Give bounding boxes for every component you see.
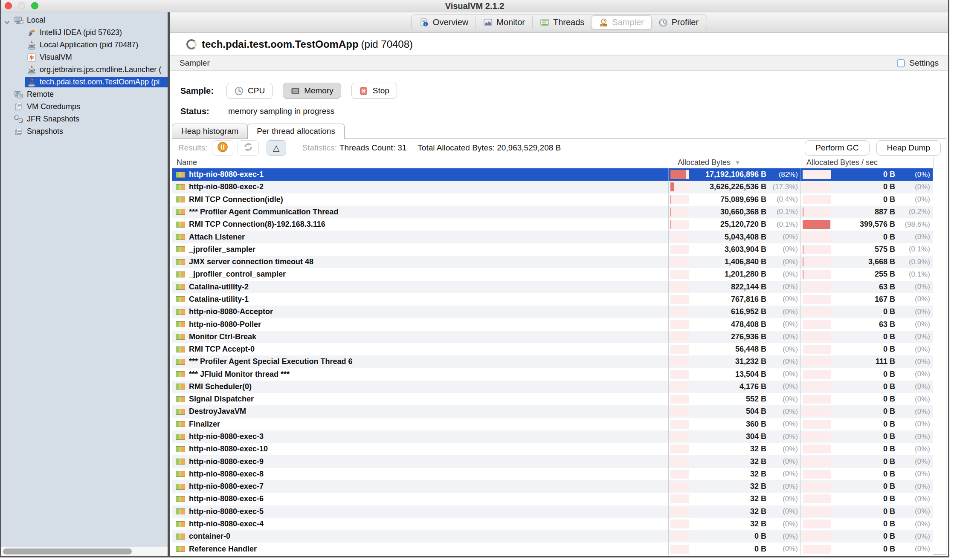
thread-name-cell: Monitor Ctrl-Break — [172, 332, 668, 341]
minimize-window-button[interactable] — [18, 2, 25, 9]
table-row[interactable]: http-nio-8080-exec-23,626,226,536 B(17.3… — [172, 181, 933, 193]
column-header-name[interactable]: Name — [172, 158, 669, 167]
tab-sampler[interactable]: Sampler — [592, 16, 651, 29]
table-row[interactable]: RMI Scheduler(0)4,176 B(0%)0 B(0%) — [172, 381, 933, 393]
thread-name: RMI TCP Connection(8)-192.168.3.116 — [189, 220, 325, 229]
allocated-bytes-sec-percent: (0%) — [895, 545, 930, 553]
table-vertical-scrollbar[interactable] — [933, 168, 946, 554]
table-row[interactable]: http-nio-8080-exec-432 B(0%)0 B(0%) — [172, 518, 933, 530]
chevron-down-icon[interactable] — [4, 18, 10, 26]
table-row[interactable]: http-nio-8080-exec-3304 B(0%)0 B(0%) — [172, 430, 933, 443]
table-row[interactable]: http-nio-8080-Acceptor616,952 B(0%)0 B(0… — [172, 306, 933, 318]
sidebar-item-vm-coredumps[interactable]: VM Coredumps — [1, 101, 168, 113]
allocated-bytes-sec-cell: 255 B(0.1%) — [800, 268, 933, 280]
allocated-bytes-sec-percent: (0%) — [895, 382, 930, 391]
sidebar-item-org-jetbrains-jps-cmdline-launcher[interactable]: org.jetbrains.jps.cmdline.Launcher ( — [1, 64, 168, 76]
table-row[interactable]: http-nio-8080-exec-532 B(0%)0 B(0%) — [172, 505, 933, 518]
allocated-bytes-bar — [670, 208, 689, 216]
table-row[interactable]: Attach Listener5,043,408 B(0%)0 B(0%) — [172, 231, 933, 243]
memory-sample-button[interactable]: Memory — [283, 83, 341, 99]
delta-results-button[interactable]: △ — [267, 140, 286, 156]
tab-threads[interactable]: Threads — [532, 16, 592, 29]
sidebar-item-intellij-idea-pid-57623[interactable]: IntelliJ IDEA (pid 57623) — [1, 26, 168, 39]
column-header-allocated-bytes-sec[interactable]: Allocated Bytes / sec — [801, 157, 933, 168]
allocated-bytes-sec-value: 0 B — [831, 520, 895, 528]
allocated-bytes-sec-bar — [803, 345, 831, 354]
table-row[interactable]: *** JFluid Monitor thread ***13,504 B(0%… — [172, 368, 933, 381]
tab-overview[interactable]: iOverview — [412, 16, 476, 29]
table-row[interactable]: RMI TCP Connection(idle)75,089,696 B(0.4… — [172, 193, 933, 206]
thread-name-cell: _jprofiler_control_sampler — [172, 270, 668, 279]
heap-dump-button[interactable]: Heap Dump — [876, 140, 941, 156]
table-row[interactable]: _jprofiler_control_sampler1,201,280 B(0%… — [172, 268, 933, 280]
allocated-bytes-sec-bar — [803, 382, 831, 391]
stop-sample-button[interactable]: Stop — [351, 83, 397, 99]
table-row[interactable]: JMX server connection timeout 481,406,84… — [172, 256, 933, 268]
sidebar-item-jfr-snapshots[interactable]: JFR Snapshots — [1, 113, 168, 125]
table-row[interactable]: *** Profiler Agent Special Execution Thr… — [172, 355, 933, 368]
subtab-per-thread-allocations[interactable]: Per thread allocations — [247, 124, 345, 139]
scrollbar-thumb[interactable] — [3, 548, 132, 554]
tab-monitor[interactable]: Monitor — [476, 16, 532, 29]
allocated-bytes-sec-cell: 0 B(0%) — [800, 455, 933, 468]
traffic-lights — [5, 2, 38, 9]
java-icon — [27, 78, 36, 87]
allocated-bytes-sec-cell: 0 B(0%) — [800, 418, 933, 430]
table-row[interactable]: Signal Dispatcher552 B(0%)0 B(0%) — [172, 393, 933, 405]
allocated-bytes-sec-percent: (0%) — [895, 308, 930, 316]
table-row[interactable]: DestroyJavaVM504 B(0%)0 B(0%) — [172, 405, 933, 418]
table-row[interactable]: http-nio-8080-exec-832 B(0%)0 B(0%) — [172, 468, 933, 480]
allocated-bytes-sec-bar — [803, 257, 831, 266]
table-row[interactable]: Monitor Ctrl-Break276,936 B(0%)0 B(0%) — [172, 331, 933, 343]
table-row[interactable]: RMI TCP Accept-056,448 B(0%)0 B(0%) — [172, 343, 933, 355]
thread-icon — [176, 234, 185, 240]
perform-gc-button[interactable]: Perform GC — [805, 140, 869, 156]
sidebar-item-local[interactable]: Local — [1, 14, 168, 26]
column-header-allocated-bytes[interactable]: Allocated Bytes ▼ — [669, 157, 801, 168]
table-row[interactable]: http-nio-8080-Poller478,408 B(0%)63 B(0%… — [172, 318, 933, 330]
sidebar-item-visualvm[interactable]: VisualVM — [1, 51, 168, 64]
allocated-bytes-sec-value: 0 B — [831, 507, 895, 516]
sidebar-item-local-application-pid-70487[interactable]: Local Application (pid 70487) — [1, 39, 168, 51]
table-row[interactable]: http-nio-8080-exec-632 B(0%)0 B(0%) — [172, 493, 933, 505]
allocated-bytes-sec-value: 0 B — [831, 432, 895, 441]
close-window-button[interactable] — [5, 2, 12, 9]
table-row[interactable]: container-00 B(0%)0 B(0%) — [172, 530, 933, 543]
allocated-bytes-cell: 360 B(0%) — [668, 418, 800, 430]
zoom-window-button[interactable] — [31, 2, 38, 9]
allocated-bytes-sec-bar — [803, 195, 831, 204]
table-row[interactable]: *** Profiler Agent Communication Thread3… — [172, 206, 933, 218]
allocated-bytes-sec-cell: 0 B(0%) — [800, 381, 933, 393]
thread-name: *** Profiler Agent Special Execution Thr… — [189, 357, 352, 366]
refresh-results-button[interactable] — [238, 140, 259, 156]
allocated-bytes-sec-cell: 0 B(0%) — [800, 530, 933, 543]
table-row[interactable]: Catalina-utility-2822,144 B(0%)63 B(0%) — [172, 281, 933, 293]
table-row[interactable]: Catalina-utility-1767,816 B(0%)167 B(0%) — [172, 293, 933, 306]
sidebar-horizontal-scrollbar[interactable] — [1, 546, 168, 556]
title-bar: VisualVM 2.1.2 — [1, 0, 948, 12]
table-row[interactable]: Finalizer360 B(0%)0 B(0%) — [172, 418, 933, 430]
subtab-heap-histogram[interactable]: Heap histogram — [172, 124, 248, 139]
tab-profiler[interactable]: Profiler — [651, 16, 706, 29]
table-row[interactable]: http-nio-8080-exec-732 B(0%)0 B(0%) — [172, 480, 933, 493]
cpu-sample-button[interactable]: CPU — [226, 83, 273, 99]
allocated-bytes-cell: 616,952 B(0%) — [668, 306, 800, 318]
thread-icon — [176, 521, 185, 527]
settings-checkbox[interactable] — [897, 59, 905, 67]
allocated-bytes-sec-percent: (0%) — [895, 482, 930, 491]
sidebar-item-tech-pdai-test-oom-testoomapp-pi[interactable]: tech.pdai.test.oom.TestOomApp (pi — [1, 76, 168, 88]
status-row: Status: memory sampling in progress — [170, 106, 948, 117]
table-row[interactable]: _jprofiler_sampler3,603,904 B(0%)575 B(0… — [172, 243, 933, 256]
table-row[interactable]: http-nio-8080-exec-1032 B(0%)0 B(0%) — [172, 443, 933, 455]
sidebar-item-remote[interactable]: Remote — [1, 88, 168, 101]
sidebar-item-snapshots[interactable]: Snapshots — [1, 125, 168, 138]
allocated-bytes-bar — [670, 295, 689, 304]
allocated-bytes-percent: (0%) — [766, 295, 798, 303]
table-row[interactable]: RMI TCP Connection(8)-192.168.3.11625,12… — [172, 218, 933, 231]
pause-results-button[interactable] — [212, 140, 233, 156]
table-row[interactable]: Reference Handler0 B(0%)0 B(0%) — [172, 543, 933, 555]
thread-name: _jprofiler_control_sampler — [189, 270, 286, 279]
table-row[interactable]: http-nio-8080-exec-117,192,106,896 B(82%… — [172, 168, 933, 181]
allocated-bytes-sec-value: 63 B — [831, 283, 895, 292]
table-row[interactable]: http-nio-8080-exec-932 B(0%)0 B(0%) — [172, 455, 933, 468]
